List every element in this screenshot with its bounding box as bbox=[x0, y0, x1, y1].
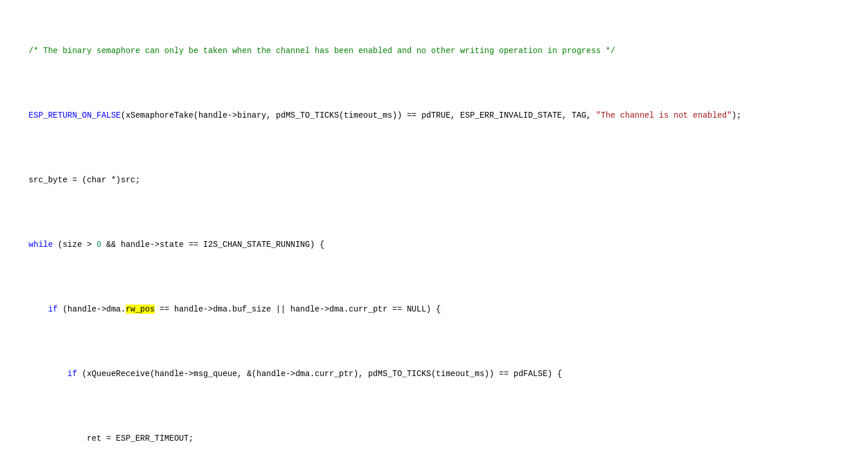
plain-5c: == handle->dma.buf_size || handle->dma.c… bbox=[155, 305, 441, 314]
plain-2b: ); bbox=[732, 111, 742, 120]
code-line-6: if (xQueueReceive(handle->msg_queue, &(h… bbox=[9, 355, 859, 393]
keyword-if1: if bbox=[48, 305, 58, 314]
keyword-while: while bbox=[29, 240, 53, 249]
plain-4: (size > bbox=[53, 240, 97, 249]
keyword-if2: if bbox=[68, 369, 77, 378]
esp-macro: ESP_RETURN_ON_FALSE bbox=[29, 111, 121, 120]
plain-5b: (handle->dma. bbox=[58, 305, 126, 314]
code-line-1: /* The binary semaphore can only be take… bbox=[9, 32, 859, 70]
rw-pos-highlight-1: rw_pos bbox=[126, 305, 155, 314]
comment-1: /* The binary semaphore can only be take… bbox=[29, 46, 616, 55]
number-4: 0 bbox=[96, 240, 101, 249]
plain-7a: ret = ESP_ERR_TIMEOUT; bbox=[29, 434, 194, 443]
code-line-7: ret = ESP_ERR_TIMEOUT; bbox=[9, 419, 859, 458]
code-line-3: src_byte = (char *)src; bbox=[9, 161, 859, 200]
plain-6b: (xQueueReceive(handle->msg_queue, &(hand… bbox=[77, 369, 562, 378]
code-line-2: ESP_RETURN_ON_FALSE(xSemaphoreTake(handl… bbox=[9, 96, 859, 135]
plain-5a bbox=[29, 305, 48, 314]
plain-2a: (xSemaphoreTake(handle->binary, pdMS_TO_… bbox=[121, 111, 596, 120]
plain-6 bbox=[29, 369, 68, 378]
plain-3: src_byte = (char *)src; bbox=[29, 175, 140, 185]
code-line-5: if (handle->dma.rw_pos == handle->dma.bu… bbox=[9, 290, 859, 329]
string-2: "The channel is not enabled" bbox=[596, 111, 732, 120]
code-line-4: while (size > 0 && handle->state == I2S_… bbox=[9, 226, 859, 264]
plain-4b: && handle->state == I2S_CHAN_STATE_RUNNI… bbox=[102, 240, 324, 249]
code-container: /* The binary semaphore can only be take… bbox=[9, 6, 859, 458]
